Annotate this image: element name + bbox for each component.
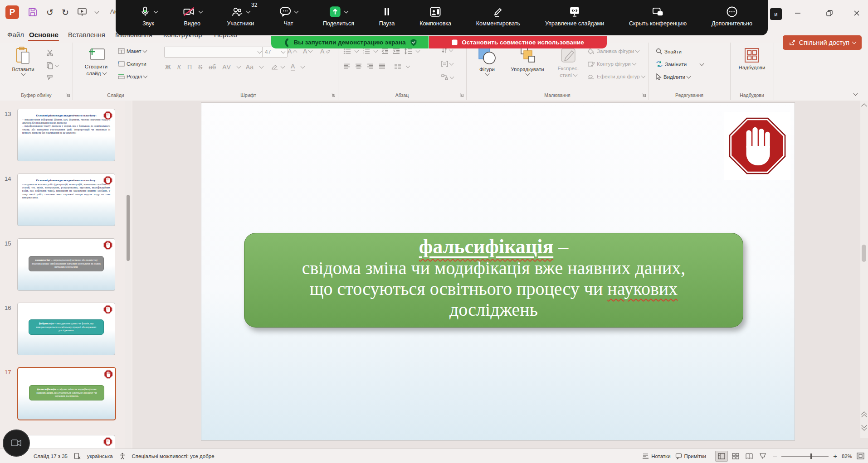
line-spacing-icon[interactable] bbox=[404, 48, 412, 54]
view-slide-sorter-button[interactable] bbox=[730, 451, 741, 461]
section-button[interactable]: Розділ bbox=[118, 73, 147, 79]
arrange-button[interactable]: Упорядкувати bbox=[505, 46, 550, 75]
slide-thumbnail-13[interactable]: Основні різновиди академічного плагіату:… bbox=[17, 109, 115, 161]
thumbnails-scrollbar[interactable] bbox=[125, 101, 131, 449]
grow-font-button[interactable]: А bbox=[288, 48, 297, 55]
minimize-button[interactable] bbox=[790, 6, 805, 20]
shape-fill-button[interactable]: Заливка фігури bbox=[588, 48, 639, 54]
meeting-annotate-button[interactable]: Комментировать bbox=[476, 5, 520, 27]
meeting-share-button[interactable]: Поделиться bbox=[323, 5, 354, 27]
align-left-icon[interactable] bbox=[343, 63, 350, 69]
main-scrollbar[interactable] bbox=[860, 101, 868, 438]
chat-chevron-icon[interactable] bbox=[294, 9, 299, 14]
share-access-button[interactable]: Спільний доступ bbox=[783, 35, 862, 50]
slide-canvas[interactable]: фальсифікація – свідома зміна чи модифік… bbox=[201, 102, 795, 441]
meeting-manage-slides-button[interactable]: Управление слайдами bbox=[545, 5, 604, 27]
font-dialog-launcher[interactable] bbox=[331, 92, 336, 97]
zoom-in-button[interactable]: + bbox=[833, 452, 837, 460]
video-chevron-icon[interactable] bbox=[198, 9, 203, 14]
cut-button[interactable] bbox=[46, 49, 54, 57]
slide-thumbnail-17-selected[interactable]: фальсифікація – свідома зміна чи модифік… bbox=[17, 367, 116, 420]
paragraph-dialog-launcher[interactable] bbox=[459, 92, 464, 97]
font-name-select[interactable] bbox=[164, 47, 264, 58]
strikethrough-button[interactable]: S bbox=[198, 63, 202, 71]
start-slideshow-icon[interactable] bbox=[77, 8, 87, 17]
collapse-ribbon-chevron-icon[interactable] bbox=[853, 92, 858, 96]
meeting-participants-button[interactable]: 32 Участники bbox=[227, 5, 254, 27]
notes-toggle[interactable]: Нотатки bbox=[642, 453, 670, 459]
slide-thumbnail-16[interactable]: фабрикація – вигадування даних чи фактів… bbox=[17, 303, 115, 355]
zoom-percentage[interactable]: 82% bbox=[842, 453, 852, 459]
align-right-icon[interactable] bbox=[367, 63, 374, 69]
select-button[interactable]: Виділити bbox=[656, 73, 690, 80]
font-color-button[interactable]: А bbox=[291, 63, 295, 71]
increase-indent-icon[interactable] bbox=[393, 48, 400, 54]
meeting-layout-button[interactable]: Компоновка bbox=[419, 5, 451, 27]
shrink-font-button[interactable]: А bbox=[303, 48, 312, 55]
customize-qat-chevron-icon[interactable] bbox=[94, 10, 99, 14]
restore-button[interactable] bbox=[822, 6, 837, 20]
find-button[interactable]: Знайти bbox=[656, 48, 682, 55]
align-center-icon[interactable] bbox=[355, 63, 362, 69]
view-normal-button[interactable] bbox=[715, 451, 728, 462]
new-slide-button[interactable]: Створити слайд bbox=[78, 46, 114, 76]
slide-thumbnail-14[interactable]: Основні різновиди академічного плагіату:… bbox=[17, 174, 115, 226]
tab-home[interactable]: Основне bbox=[27, 30, 60, 39]
participants-chevron-icon[interactable] bbox=[246, 9, 251, 14]
meeting-more-button[interactable]: Дополнительно bbox=[712, 5, 752, 27]
shapes-button[interactable]: Фігури bbox=[473, 46, 502, 75]
scroll-up-arrow-icon[interactable] bbox=[861, 103, 867, 109]
thumbnails-scrollbar-thumb[interactable] bbox=[127, 195, 130, 261]
numbering-icon[interactable] bbox=[362, 48, 370, 54]
meeting-video-button[interactable]: Видео bbox=[182, 5, 202, 27]
definition-textbox[interactable]: фальсифікація – свідома зміна чи модифік… bbox=[244, 233, 743, 328]
clear-formatting-button[interactable]: А bbox=[320, 48, 330, 55]
highlight-pen-icon[interactable] bbox=[271, 64, 279, 70]
shape-effects-button[interactable]: Ефекти для фігур bbox=[588, 73, 645, 80]
slide-thumbnail-15[interactable]: самоплагіат – оприлюднення (частково або… bbox=[17, 238, 115, 291]
align-text-button[interactable] bbox=[441, 61, 453, 67]
zoom-out-button[interactable]: – bbox=[773, 452, 777, 460]
italic-button[interactable]: К bbox=[177, 63, 181, 71]
undo-icon[interactable]: ↺ bbox=[46, 7, 54, 18]
decrease-indent-icon[interactable] bbox=[381, 48, 389, 54]
view-reading-button[interactable] bbox=[743, 451, 755, 461]
redo-icon[interactable]: ↻ bbox=[62, 7, 69, 18]
fit-slide-to-window-icon[interactable] bbox=[857, 453, 864, 459]
replace-button[interactable]: Замінити bbox=[656, 61, 703, 68]
shape-outline-button[interactable]: Контур фігури bbox=[588, 61, 636, 67]
accessibility-status[interactable]: Спеціальні можливості: усе добре bbox=[132, 453, 215, 459]
addins-button[interactable]: Надбудови bbox=[735, 47, 769, 70]
stop-sign-image[interactable] bbox=[724, 112, 790, 180]
save-icon[interactable] bbox=[27, 7, 38, 18]
close-button[interactable] bbox=[849, 6, 864, 20]
clipboard-dialog-launcher[interactable] bbox=[65, 92, 70, 97]
smartart-button[interactable] bbox=[441, 74, 454, 80]
meeting-hide-conference-button[interactable]: Скрыть конференцию bbox=[629, 5, 687, 27]
change-case-button[interactable]: Аа bbox=[246, 63, 254, 71]
drawing-dialog-launcher[interactable] bbox=[641, 92, 646, 97]
meeting-chat-button[interactable]: Чат bbox=[279, 5, 298, 27]
quick-styles-button[interactable]: Експрес- стилі bbox=[553, 46, 583, 78]
paste-button[interactable]: Вставити bbox=[8, 46, 38, 75]
bold-button[interactable]: Ж bbox=[165, 63, 171, 71]
layout-button[interactable]: Макет bbox=[118, 48, 146, 54]
zoom-slider[interactable] bbox=[781, 456, 829, 457]
meeting-pause-button[interactable]: Пауза bbox=[379, 5, 395, 27]
spell-check-icon[interactable] bbox=[74, 453, 81, 459]
meeting-video-bubble[interactable] bbox=[3, 429, 30, 457]
main-scrollbar-thumb[interactable] bbox=[862, 245, 866, 262]
zoom-slider-thumb[interactable] bbox=[810, 453, 812, 459]
underline-button[interactable]: П bbox=[187, 63, 192, 71]
tab-file[interactable]: Файл bbox=[5, 30, 26, 39]
copy-button[interactable] bbox=[46, 62, 59, 69]
format-painter-button[interactable] bbox=[46, 74, 54, 82]
reset-button[interactable]: Скинути bbox=[118, 61, 146, 67]
justify-icon[interactable] bbox=[379, 63, 385, 69]
char-spacing-button[interactable]: АV bbox=[222, 63, 231, 71]
stop-sharing-button[interactable]: Остановить совместное использование bbox=[429, 36, 607, 48]
view-slideshow-button[interactable] bbox=[757, 451, 769, 461]
language-indicator[interactable]: українська bbox=[87, 453, 113, 459]
meeting-audio-button[interactable]: Звук bbox=[139, 5, 157, 27]
audio-chevron-icon[interactable] bbox=[154, 9, 158, 14]
